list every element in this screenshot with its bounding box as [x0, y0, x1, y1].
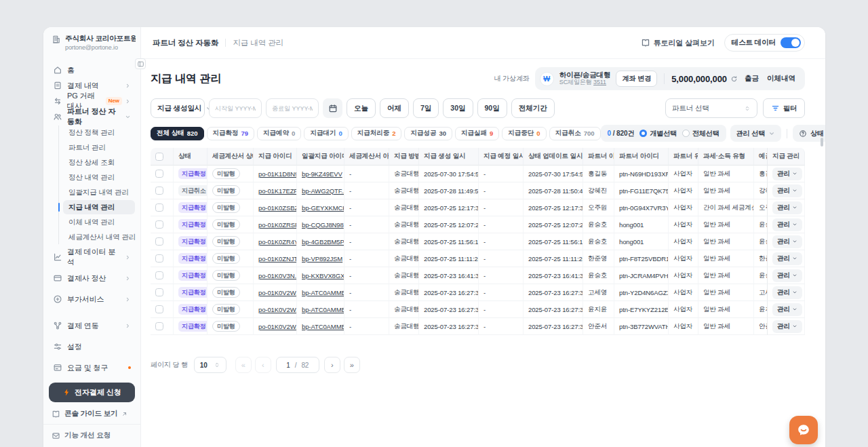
row-checkbox[interactable] — [155, 203, 163, 212]
test-data-toggle[interactable] — [781, 37, 801, 48]
e-payment-apply-button[interactable]: 전자결제 신청 — [49, 383, 135, 402]
console-guide-link[interactable]: 콘솔 가이드 보기 — [49, 402, 135, 424]
sidebar-item-billing[interactable]: 요금 및 청구 — [49, 359, 135, 376]
row-checkbox[interactable] — [155, 187, 163, 195]
account-number-link[interactable]: 3511 — [593, 79, 606, 85]
bulk-payout-id-link[interactable]: bp-9KZ49EVV — [302, 170, 342, 178]
status-chip[interactable]: 지급대기0 — [304, 127, 348, 140]
sidebar-subitem-active[interactable]: 지급 내역 관리 — [63, 200, 135, 214]
row-manage-button[interactable]: 관리 — [772, 168, 802, 180]
rows-per-page-select[interactable]: 10 — [194, 357, 226, 373]
sidebar-subitem[interactable]: 정산 내역 관리 — [63, 170, 135, 184]
bulk-payout-id-link[interactable]: bp-ATC0AMME — [302, 323, 344, 330]
select-all-radio[interactable]: 전체선택 — [682, 129, 719, 138]
end-date-input[interactable] — [266, 98, 319, 118]
bulk-payout-id-link[interactable]: bp-VP892JSM — [302, 255, 342, 263]
row-manage-button[interactable]: 관리 — [772, 286, 802, 299]
status-chip[interactable]: 지급중단0 — [502, 127, 546, 140]
row-manage-button[interactable]: 관리 — [772, 269, 802, 282]
payout-id-link[interactable]: po-01K1D8N9... — [258, 170, 297, 178]
individual-select-radio[interactable]: 개별선택 — [639, 129, 677, 138]
feature-request-link[interactable]: 기능 개선 요청 — [49, 425, 135, 447]
row-checkbox[interactable] — [155, 254, 163, 263]
manage-select-button[interactable]: 관리 선택 — [730, 125, 782, 142]
row-checkbox[interactable] — [155, 220, 163, 229]
page-indicator[interactable]: 1 / 82 — [276, 357, 319, 373]
date-type-select[interactable]: 지급 생성일시 — [151, 98, 205, 118]
sidebar-collapse-button[interactable] — [135, 58, 146, 69]
row-manage-button[interactable]: 관리 — [772, 184, 802, 197]
quick-range-button[interactable]: 90일 — [477, 98, 507, 118]
org-selector[interactable]: 주식회사 코리아포트원 (Kore... portone@portone.io — [43, 27, 140, 56]
select-all-checkbox[interactable] — [155, 153, 163, 161]
change-account-button[interactable]: 계좌 변경 — [616, 71, 657, 87]
status-chip[interactable]: 지급실패9 — [455, 127, 499, 140]
row-checkbox[interactable] — [155, 237, 163, 246]
withdraw-button[interactable]: 출금 — [743, 74, 760, 83]
payout-id-link[interactable]: po-01K0ZR4Y... — [258, 238, 297, 246]
row-checkbox[interactable] — [155, 170, 163, 178]
transfer-history-button[interactable]: 이체내역 — [766, 74, 797, 83]
bulk-payout-id-link[interactable]: bp-CQGJ8N98 — [302, 221, 344, 229]
tutorial-link[interactable]: 튜토리얼 살펴보기 — [641, 38, 715, 48]
start-date-input[interactable] — [209, 98, 262, 118]
status-chip[interactable]: 지급확정79 — [207, 127, 255, 140]
sidebar-subitem[interactable]: 정산 정책 관리 — [63, 125, 135, 140]
row-checkbox[interactable] — [155, 322, 163, 330]
sidebar-item-psp-settlement[interactable]: 결제사 정산 — [49, 270, 135, 286]
quick-range-button[interactable]: 어제 — [380, 98, 409, 118]
bulk-payout-id-link[interactable]: bp-GEYXKMCK — [302, 204, 344, 212]
quick-range-button[interactable]: 7일 — [413, 98, 439, 118]
quick-range-button[interactable]: 오늘 — [347, 98, 376, 118]
sidebar-item-payment-integration[interactable]: 결제 연동 — [49, 317, 135, 334]
payout-id-link[interactable]: po-01K0V2W... — [258, 289, 297, 296]
scrollbar-thumb[interactable] — [821, 138, 823, 147]
sidebar-subitem[interactable]: 정산 상세 조회 — [63, 155, 135, 170]
sidebar-item-partner-settlement[interactable]: 파트너 정산 자동화 — [49, 109, 135, 124]
first-page-button[interactable]: « — [235, 357, 252, 373]
payout-id-link[interactable]: po-01K0V3N... — [258, 272, 297, 279]
row-manage-button[interactable]: 관리 — [772, 252, 802, 265]
payout-id-link[interactable]: po-01K0ZRSF... — [258, 221, 297, 229]
sidebar-item-settings[interactable]: 설정 — [49, 338, 135, 355]
sidebar-subitem[interactable]: 파트너 관리 — [63, 140, 135, 155]
sidebar-item-payment-data-analytics[interactable]: 결제 데이터 분석 — [49, 249, 135, 265]
bulk-payout-id-link[interactable]: bp-KXBVX8GX — [302, 272, 344, 279]
last-page-button[interactable]: » — [344, 357, 360, 373]
prev-page-button[interactable]: ‹ — [255, 357, 271, 373]
payout-id-link[interactable]: po-01K0V2W... — [258, 323, 297, 330]
sidebar-subitem[interactable]: 이체 내역 관리 — [63, 215, 135, 229]
next-page-button[interactable]: › — [324, 357, 340, 373]
bulk-payout-id-link[interactable]: bp-ATC0AMME — [302, 306, 344, 313]
status-chip[interactable]: 지급취소700 — [549, 127, 601, 140]
bulk-payout-id-link[interactable]: bp-AWG2QTF... — [302, 187, 344, 195]
row-manage-button[interactable]: 관리 — [772, 201, 802, 214]
quick-range-button[interactable]: 30일 — [443, 98, 473, 118]
bulk-payout-id-link[interactable]: bp-ATC0AMME — [302, 289, 344, 296]
row-checkbox[interactable] — [155, 305, 163, 313]
row-manage-button[interactable]: 관리 — [772, 303, 802, 316]
sidebar-item-addon-services[interactable]: 부가서비스 — [49, 291, 135, 307]
status-chip[interactable]: 지급처리중2 — [351, 127, 402, 140]
sidebar-subitem[interactable]: 일괄지급 내역 관리 — [63, 185, 135, 199]
status-chip[interactable]: 지급성공30 — [404, 127, 452, 140]
row-checkbox[interactable] — [155, 271, 163, 279]
breadcrumb-section[interactable]: 파트너 정산 자동화 — [153, 38, 218, 48]
refresh-icon[interactable] — [730, 75, 738, 83]
filter-button[interactable]: 필터 — [763, 98, 805, 118]
sidebar-subitem[interactable]: 세금계산서 내역 관리 — [63, 230, 135, 244]
row-manage-button[interactable]: 관리 — [772, 320, 802, 333]
bulk-payout-id-link[interactable]: bp-4GB2BM5P — [302, 238, 344, 246]
status-chip[interactable]: 전체 상태820 — [151, 127, 204, 140]
chat-widget-button[interactable] — [789, 416, 818, 444]
calendar-button[interactable] — [323, 98, 342, 118]
partner-select[interactable]: 파트너 선택 — [665, 98, 757, 118]
quick-range-button[interactable]: 전체기간 — [511, 98, 555, 118]
row-manage-button[interactable]: 관리 — [772, 218, 802, 231]
payout-id-link[interactable]: po-01K0ZSBZ... — [258, 204, 297, 212]
row-manage-button[interactable]: 관리 — [772, 235, 802, 248]
payout-id-link[interactable]: po-01K17EZP... — [258, 187, 297, 195]
row-checkbox[interactable] — [155, 288, 163, 296]
status-chip[interactable]: 지급예약0 — [257, 127, 301, 140]
payout-id-link[interactable]: po-01K0ZNJT... — [258, 255, 297, 263]
